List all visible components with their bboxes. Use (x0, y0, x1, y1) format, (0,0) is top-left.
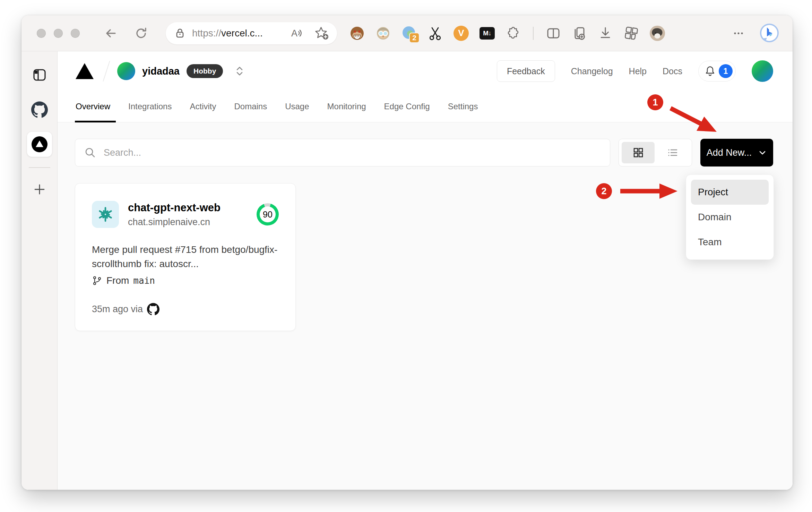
favorites-add-icon[interactable] (314, 26, 329, 41)
list-view-button[interactable] (656, 142, 689, 163)
browser-toolbar: https://vercel.c... A 2 V M↓ (21, 15, 793, 51)
lock-icon (174, 27, 186, 39)
team-selector-button[interactable] (235, 65, 244, 77)
tab-domains[interactable]: Domains (228, 91, 273, 122)
tab-panel-toggle[interactable] (27, 62, 52, 87)
dropdown-item-domain[interactable]: Domain (691, 205, 769, 230)
collections-button[interactable] (571, 25, 588, 42)
add-new-label: Add New... (707, 147, 752, 158)
feedback-button[interactable]: Feedback (497, 60, 555, 82)
commit-message[interactable]: Merge pull request #715 from betgo/bugfi… (92, 242, 279, 271)
github-icon (147, 303, 159, 315)
extension-granny[interactable] (375, 25, 391, 42)
team-name: yidadaa (142, 66, 180, 77)
chevron-updown-icon (235, 65, 244, 77)
window-minimize-button[interactable] (54, 29, 63, 38)
read-aloud-icon[interactable]: A (291, 26, 305, 40)
tab-integrations[interactable]: Integrations (123, 91, 177, 122)
new-tab-button[interactable] (27, 177, 52, 202)
search-icon (84, 147, 96, 159)
browser-tab-vercel-active[interactable] (27, 132, 52, 157)
window-close-button[interactable] (37, 29, 46, 38)
deployed-time: 35m ago via (92, 304, 143, 315)
extensions-menu-button[interactable] (505, 25, 521, 42)
dashboard-nav-tabs: Overview Integrations Activity Domains U… (58, 91, 793, 122)
branch-prefix: From (106, 275, 129, 286)
tab-settings[interactable]: Settings (442, 91, 484, 122)
docs-link[interactable]: Docs (663, 66, 682, 76)
branch-name: main (133, 275, 155, 286)
add-new-button[interactable]: Add New... (700, 139, 773, 167)
annotation-step-2: 2 (596, 183, 612, 199)
browser-profile-button[interactable] (649, 25, 666, 42)
workspaces-button[interactable] (623, 25, 640, 42)
changelog-link[interactable]: Changelog (571, 66, 613, 76)
extension-clipper[interactable] (427, 25, 443, 42)
refresh-button[interactable] (133, 25, 149, 41)
address-bar[interactable]: https://vercel.c... A (166, 22, 337, 44)
workspaces-icon (623, 25, 639, 41)
project-domain[interactable]: chat.simplenaive.cn (128, 217, 221, 228)
downloads-button[interactable] (597, 25, 614, 42)
toolbar-separator (533, 27, 534, 40)
grid-view-button[interactable] (622, 142, 655, 163)
vertical-tab-strip (21, 51, 58, 490)
window-zoom-button[interactable] (71, 29, 80, 38)
tab-panel-icon (32, 67, 47, 83)
notifications-button[interactable]: 1 (698, 61, 736, 82)
back-button[interactable] (103, 25, 119, 41)
dropdown-item-project[interactable]: Project (691, 180, 769, 205)
collections-icon (571, 25, 587, 41)
extension-tampermonkey[interactable] (349, 25, 365, 42)
split-screen-button[interactable] (545, 25, 562, 42)
svg-text:A: A (291, 28, 297, 39)
tab-activity[interactable]: Activity (184, 91, 222, 122)
team-avatar (117, 62, 135, 80)
projects-controls: Add New... (75, 139, 773, 167)
scissors-icon (427, 26, 443, 41)
markdown-icon: M↓ (480, 27, 495, 40)
project-card[interactable]: chat-gpt-next-web chat.simplenaive.cn 90… (75, 183, 296, 331)
team-switcher[interactable]: yidadaa Hobby (117, 62, 244, 80)
plus-icon (33, 182, 46, 196)
extension-proxy[interactable]: 2 (401, 25, 417, 42)
vercel-logo-icon[interactable] (75, 62, 94, 80)
user-avatar[interactable] (752, 60, 773, 82)
extension-v[interactable]: V (453, 25, 469, 42)
annotation-step-1: 1 (647, 94, 663, 110)
plan-badge: Hobby (187, 64, 223, 78)
tab-monitoring[interactable]: Monitoring (322, 91, 372, 122)
notification-count-badge: 1 (719, 64, 733, 78)
add-new-dropdown: Project Domain Team (686, 174, 774, 260)
deployment-meta: 35m ago via (92, 303, 279, 315)
monkey-icon (349, 25, 365, 41)
bell-icon (704, 65, 716, 77)
overview-content: Add New... (58, 122, 793, 490)
search-input[interactable] (104, 147, 601, 158)
v-icon: V (453, 26, 469, 41)
help-link[interactable]: Help (629, 66, 647, 76)
chevron-down-icon (758, 148, 767, 157)
project-name[interactable]: chat-gpt-next-web (128, 202, 221, 214)
list-view-icon (666, 146, 679, 159)
tab-usage[interactable]: Usage (279, 91, 314, 122)
dropdown-item-team[interactable]: Team (691, 230, 769, 255)
vercel-favicon-icon (31, 135, 49, 153)
tab-divider (29, 167, 50, 168)
vercel-dashboard: yidadaa Hobby Feedback Changelog Help Do… (58, 51, 793, 490)
git-branch-icon (92, 275, 102, 286)
browser-tab-github[interactable] (27, 97, 52, 122)
puzzle-icon (505, 25, 521, 41)
header-actions: Feedback Changelog Help Docs 1 (497, 60, 773, 82)
tab-overview[interactable]: Overview (75, 91, 116, 122)
more-menu-icon[interactable] (731, 26, 746, 41)
tab-edge-config[interactable]: Edge Config (379, 91, 435, 122)
lighthouse-score-value: 90 (260, 206, 276, 222)
extension-markdown[interactable]: M↓ (479, 25, 495, 42)
view-toggle (619, 139, 692, 167)
toolbar-right (731, 23, 780, 44)
url-scheme: https:// (192, 28, 221, 39)
url-host: vercel.c... (221, 28, 263, 39)
bing-chat-icon[interactable] (759, 23, 780, 44)
cat-avatar-icon (649, 25, 666, 42)
